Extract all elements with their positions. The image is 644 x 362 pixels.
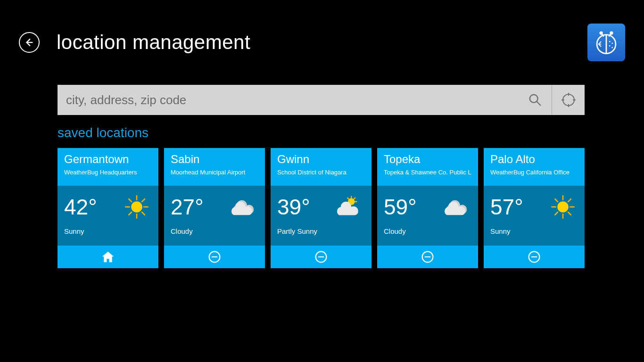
remove-icon — [208, 250, 221, 263]
remove-location-button[interactable] — [271, 246, 372, 268]
remove-icon — [528, 250, 541, 263]
city-name: Palo Alto — [490, 153, 578, 166]
search-bar — [58, 85, 585, 115]
station-name: WeatherBug California Office — [490, 169, 578, 176]
svg-point-7 — [609, 41, 611, 42]
temperature: 42° — [64, 194, 97, 220]
location-card[interactable]: GermantownWeatherBug Headquarters42° Sun… — [58, 148, 158, 268]
svg-line-43 — [568, 212, 571, 215]
svg-line-44 — [568, 199, 571, 202]
location-cards: GermantownWeatherBug Headquarters42° Sun… — [58, 148, 585, 268]
temperature: 57° — [490, 194, 523, 220]
back-button[interactable] — [19, 32, 40, 53]
svg-line-32 — [347, 198, 349, 199]
remove-icon — [314, 250, 328, 263]
svg-point-9 — [609, 45, 611, 47]
svg-point-13 — [563, 94, 574, 106]
cloudy-icon — [441, 195, 471, 219]
svg-line-12 — [537, 102, 541, 106]
locate-button[interactable] — [552, 85, 585, 115]
svg-point-10 — [611, 47, 613, 49]
condition-text: Partly Sunny — [271, 222, 372, 246]
location-card[interactable]: TopekaTopeka & Shawnee Co. Public L59° C… — [377, 148, 478, 268]
condition-text: Sunny — [484, 222, 585, 246]
location-card[interactable]: Palo AltoWeatherBug California Office57°… — [484, 148, 585, 268]
station-name: WeatherBug Headquarters — [64, 169, 152, 176]
app-logo — [587, 24, 625, 61]
search-button[interactable] — [519, 85, 552, 115]
home-icon — [101, 251, 115, 263]
svg-line-30 — [354, 198, 355, 199]
crosshair-icon — [561, 92, 576, 107]
station-name: Moorhead Municipal Airport — [171, 169, 258, 176]
condition-text: Cloudy — [377, 222, 478, 246]
remove-icon — [421, 250, 434, 263]
temperature: 27° — [171, 194, 204, 220]
page-title: location management — [57, 31, 250, 54]
temperature: 39° — [277, 194, 310, 220]
sunny-icon — [122, 195, 152, 219]
condition-text: Cloudy — [164, 222, 265, 246]
weatherbug-icon — [593, 29, 620, 56]
remove-location-button[interactable] — [164, 246, 265, 268]
search-icon — [528, 93, 542, 107]
svg-point-26 — [131, 201, 142, 213]
svg-line-22 — [129, 199, 132, 202]
cloudy-icon — [228, 195, 258, 219]
svg-line-23 — [142, 212, 145, 215]
saved-locations-heading: saved locations — [58, 125, 585, 140]
partly-sunny-icon — [335, 195, 365, 219]
remove-location-button[interactable] — [377, 246, 478, 268]
city-name: Gwinn — [277, 153, 365, 166]
home-location-button[interactable] — [58, 246, 158, 268]
search-input[interactable] — [58, 85, 519, 115]
location-card[interactable]: SabinMoorhead Municipal Airport27° Cloud… — [164, 148, 265, 268]
station-name: Topeka & Shawnee Co. Public L — [384, 169, 471, 176]
arrow-left-icon — [24, 37, 34, 48]
condition-text: Sunny — [58, 222, 158, 246]
svg-line-25 — [129, 212, 132, 215]
svg-line-45 — [555, 212, 558, 215]
city-name: Topeka — [384, 153, 471, 166]
svg-point-46 — [557, 201, 569, 213]
sunny-icon — [548, 195, 578, 219]
location-card[interactable]: GwinnSchool District of Niagara39° Partl… — [271, 148, 372, 268]
station-name: School District of Niagara — [277, 169, 365, 176]
svg-line-42 — [555, 199, 558, 202]
temperature: 59° — [384, 194, 417, 220]
remove-location-button[interactable] — [484, 246, 585, 268]
svg-line-24 — [142, 199, 145, 202]
svg-point-8 — [611, 42, 613, 44]
city-name: Germantown — [64, 153, 152, 166]
city-name: Sabin — [171, 153, 258, 166]
